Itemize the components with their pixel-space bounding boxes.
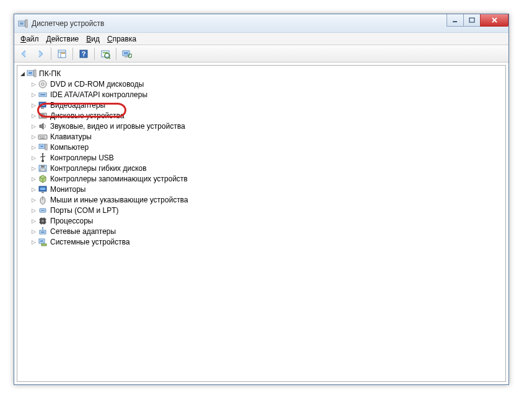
window-title: Диспетчер устройств xyxy=(32,19,104,28)
maximize-button[interactable] xyxy=(463,14,481,27)
svg-rect-32 xyxy=(40,136,41,137)
svg-rect-25 xyxy=(40,94,45,95)
tree-node-label: Дисковые устройства xyxy=(49,111,126,120)
tree-node-label: Контроллеры гибких дисков xyxy=(49,164,148,173)
expander-icon[interactable]: ▷ xyxy=(30,102,37,108)
expander-icon[interactable]: ▷ xyxy=(30,228,37,235)
svg-point-39 xyxy=(41,160,44,162)
expander-icon[interactable]: ▷ xyxy=(30,186,37,193)
svg-rect-8 xyxy=(61,53,65,54)
svg-rect-53 xyxy=(41,220,44,222)
tree-node-label: Клавиатуры xyxy=(49,132,93,141)
titlebar[interactable]: Диспетчер устройств xyxy=(14,14,508,33)
close-button[interactable] xyxy=(480,14,508,27)
svg-point-51 xyxy=(43,210,45,211)
app-icon xyxy=(18,19,28,28)
tree-root-label: ПК-ПК xyxy=(38,69,62,78)
expander-icon[interactable]: ◢ xyxy=(19,71,26,77)
expander-icon[interactable]: ▷ xyxy=(30,218,37,224)
scan-hardware-button[interactable] xyxy=(98,47,113,61)
svg-rect-35 xyxy=(40,137,45,139)
svg-rect-41 xyxy=(41,165,45,168)
panel-icon xyxy=(57,49,67,59)
tree-node-label: DVD и CD-ROM дисководы xyxy=(49,80,145,89)
display-adapter-icon xyxy=(38,100,48,110)
minimize-button[interactable] xyxy=(447,14,464,27)
svg-rect-27 xyxy=(40,103,45,106)
monitor-icon xyxy=(122,49,132,59)
tree-node[interactable]: ▷Порты (COM и LPT) xyxy=(30,205,504,215)
tree-node[interactable]: ▷Клавиатуры xyxy=(30,131,504,142)
menu-вид[interactable]: Вид xyxy=(82,33,103,45)
expander-icon[interactable]: ▷ xyxy=(30,207,37,214)
tree-node-label: Звуковые, видео и игровые устройства xyxy=(49,122,186,131)
expander-icon[interactable]: ▷ xyxy=(30,134,37,140)
tree-node[interactable]: ▷Компьютер xyxy=(30,142,504,152)
help-button[interactable]: ? xyxy=(76,47,91,61)
toolbar-separator xyxy=(72,48,73,60)
sound-icon xyxy=(38,121,48,131)
expander-icon[interactable]: ▷ xyxy=(30,92,37,98)
help-icon: ? xyxy=(79,49,89,59)
expander-icon[interactable]: ▷ xyxy=(30,123,37,129)
disc-icon xyxy=(38,79,48,89)
expander-icon[interactable]: ▷ xyxy=(30,197,37,203)
tree-node[interactable]: ▷Видеоадаптеры xyxy=(30,100,504,110)
tree-node[interactable]: ▷Системные устройства xyxy=(30,236,504,247)
svg-rect-33 xyxy=(41,136,43,137)
expander-icon[interactable]: ▷ xyxy=(30,239,37,245)
tree-node[interactable]: ▷Сетевые адаптеры xyxy=(30,226,504,236)
device-tree-panel[interactable]: ◢ ПК-ПК ▷DVD и CD-ROM дисководы▷IDE ATA/… xyxy=(17,65,506,382)
tree-node[interactable]: ▷Мыши и иные указывающие устройства xyxy=(30,194,504,205)
expander-icon[interactable]: ▷ xyxy=(30,165,37,171)
svg-rect-17 xyxy=(124,56,128,58)
menu-справка[interactable]: Справка xyxy=(103,33,140,45)
forward-button[interactable] xyxy=(33,47,48,61)
device-tree[interactable]: ◢ ПК-ПК ▷DVD и CD-ROM дисководы▷IDE ATA/… xyxy=(19,68,504,247)
tree-node[interactable]: ▷Процессоры xyxy=(30,215,504,226)
usb-icon xyxy=(38,153,48,163)
svg-rect-45 xyxy=(41,192,44,193)
tree-node-label: Порты (COM и LPT) xyxy=(49,206,120,215)
tree-node-label: Сетевые адаптеры xyxy=(49,227,117,236)
expander-icon[interactable]: ▷ xyxy=(30,81,37,87)
svg-rect-38 xyxy=(45,144,47,150)
expander-icon[interactable]: ▷ xyxy=(30,144,37,150)
menu-действие[interactable]: Действие xyxy=(43,33,83,45)
svg-rect-37 xyxy=(40,145,43,147)
view-button[interactable] xyxy=(55,47,69,61)
tree-node-label: Контроллеры USB xyxy=(49,154,115,162)
tree-node[interactable]: ▷Контроллеры гибких дисков xyxy=(30,163,504,173)
back-button[interactable] xyxy=(17,47,32,61)
arrow-right-icon xyxy=(35,49,45,59)
expander-icon[interactable]: ▷ xyxy=(30,155,37,161)
cpu-icon xyxy=(38,216,48,226)
tree-node[interactable]: ▷Звуковые, видео и игровые устройства xyxy=(30,121,504,131)
svg-rect-63 xyxy=(41,231,45,233)
svg-rect-68 xyxy=(41,244,46,246)
tree-node-label: Контроллеры запоминающих устройств xyxy=(49,175,189,183)
computer-icon xyxy=(27,69,37,79)
tree-node[interactable]: ▷Контроллеры запоминающих устройств xyxy=(30,173,504,184)
expander-icon[interactable]: ▷ xyxy=(30,113,37,119)
svg-text:?: ? xyxy=(82,50,86,58)
svg-rect-1 xyxy=(20,22,24,25)
tree-node-label: IDE ATA/ATAPI контроллеры xyxy=(49,90,149,99)
keyboard-icon xyxy=(38,132,48,142)
expander-icon[interactable]: ▷ xyxy=(30,176,37,182)
menu-файл[interactable]: Файл xyxy=(17,33,43,45)
tree-node[interactable]: ▷Контроллеры USB xyxy=(30,152,504,163)
tree-node[interactable]: ▷DVD и CD-ROM дисководы xyxy=(30,79,504,89)
ide-icon xyxy=(38,90,48,100)
properties-button[interactable] xyxy=(120,47,134,61)
tree-node-label: Мониторы xyxy=(49,185,87,194)
scan-icon xyxy=(100,49,110,59)
svg-rect-16 xyxy=(124,52,128,54)
tree-root[interactable]: ◢ ПК-ПК xyxy=(19,68,504,79)
svg-rect-2 xyxy=(25,20,27,27)
menubar: ФайлДействиеВидСправка xyxy=(14,33,508,45)
tree-node-label: Компьютер xyxy=(49,143,90,152)
tree-node[interactable]: ▷IDE ATA/ATAPI контроллеры xyxy=(30,89,504,100)
tree-node[interactable]: ▷Дисковые устройства xyxy=(30,110,504,121)
tree-node[interactable]: ▷Мониторы xyxy=(30,184,504,194)
